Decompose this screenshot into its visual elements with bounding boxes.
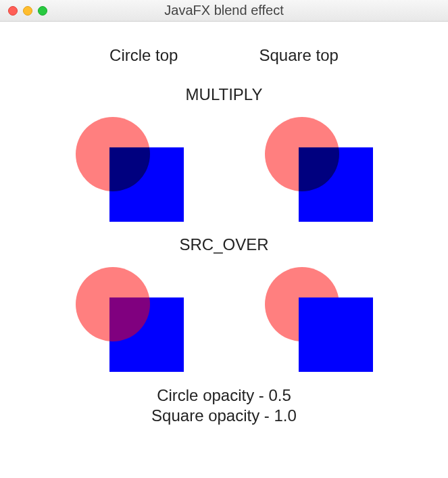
footer-text: Circle opacity - 0.5 Square opacity - 1.…: [0, 385, 448, 426]
maximize-icon[interactable]: [38, 6, 47, 16]
window-title: JavaFX blend effect: [0, 3, 448, 18]
row-multiply: [0, 114, 448, 229]
cell-srcover-circle-top: [62, 264, 197, 379]
square-shape: [299, 147, 373, 222]
cell-srcover-square-top: [251, 264, 387, 379]
header-square-top: Square top: [259, 46, 338, 65]
window-titlebar: JavaFX blend effect: [0, 0, 448, 22]
close-icon[interactable]: [8, 6, 18, 16]
square-shape: [299, 297, 373, 372]
content-area: Circle top Square top MULTIPLY SRC_OVER …: [0, 22, 448, 426]
circle-shape: [76, 267, 150, 341]
label-srcover: SRC_OVER: [0, 235, 448, 254]
cell-multiply-circle-top: [62, 114, 197, 229]
column-headers: Circle top Square top: [0, 46, 448, 65]
circle-shape: [76, 117, 150, 191]
cell-multiply-square-top: [251, 114, 387, 229]
header-circle-top: Circle top: [109, 46, 178, 65]
footer-line-2: Square opacity - 1.0: [0, 406, 448, 426]
minimize-icon[interactable]: [23, 6, 32, 16]
row-srcover: [0, 264, 448, 379]
traffic-lights: [8, 6, 47, 16]
footer-line-1: Circle opacity - 0.5: [0, 385, 448, 406]
label-multiply: MULTIPLY: [0, 85, 448, 104]
